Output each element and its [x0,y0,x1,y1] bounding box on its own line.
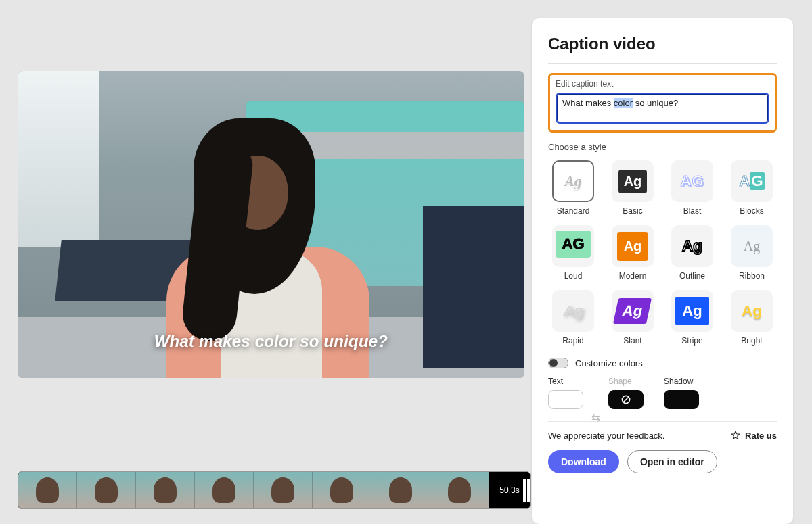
style-blocks[interactable]: AG Blocks [727,160,777,216]
caption-panel: Caption video Edit caption text What mak… [532,18,793,524]
caption-text-highlight: color [614,98,633,108]
style-basic[interactable]: Ag Basic [608,160,658,216]
color-shadow-swatch[interactable] [664,390,699,409]
timeline-duration: 50.3s [489,472,530,508]
style-label: Slant [608,336,658,346]
caption-text-pre: What makes [562,98,614,108]
star-icon [730,430,741,441]
timeline[interactable]: 50.3s [18,471,531,509]
style-label: Standard [548,206,598,216]
rate-us-label: Rate us [745,431,777,441]
color-shape-label: Shape [608,377,644,386]
style-label: Stripe [667,336,717,346]
style-outline[interactable]: Ag Outline [667,225,717,281]
video-preview[interactable]: What makes color so unique? [18,71,524,378]
style-stripe[interactable]: Ag Stripe [667,290,717,346]
color-shadow-label: Shadow [664,377,699,386]
style-standard[interactable]: Ag Standard [548,160,598,216]
caption-text-input[interactable]: What makes color so unique? [556,93,769,124]
video-pane: What makes color so unique? 50.3s [18,18,532,505]
edit-caption-section: Edit caption text What makes color so un… [548,73,777,133]
style-bright[interactable]: Ag Bright [727,290,777,346]
caption-text-post: so unique? [633,98,678,108]
style-label: Outline [667,271,717,281]
styles-grid: Ag Standard Ag Basic AG Blast AG Blocks … [548,160,777,346]
style-rapid[interactable]: Ag Rapid [548,290,598,346]
style-slant[interactable]: Ag Slant [608,290,658,346]
edit-caption-label: Edit caption text [556,79,769,89]
style-label: Bright [727,336,777,346]
style-blast[interactable]: AG Blast [667,160,717,216]
color-text-label: Text [548,377,583,386]
color-shape-swatch[interactable] [608,390,644,409]
style-label: Ribbon [727,271,777,281]
style-label: Rapid [548,336,598,346]
caption-overlay: What makes color so unique? [18,332,524,351]
style-ribbon[interactable]: Ag Ribbon [727,225,777,281]
open-in-editor-button[interactable]: Open in editor [627,450,717,473]
choose-style-label: Choose a style [548,142,777,152]
color-text-swatch[interactable] [548,390,583,409]
style-label: Loud [548,271,598,281]
style-label: Blast [667,206,717,216]
svg-line-1 [623,397,629,402]
customize-colors-label: Customize colors [575,358,643,368]
style-label: Modern [608,271,658,281]
swap-icon[interactable]: ⇆ [591,411,600,424]
style-loud[interactable]: AG Loud [548,225,598,281]
customize-colors-toggle[interactable] [548,358,568,368]
panel-title: Caption video [548,34,777,53]
style-modern[interactable]: Ag Modern [608,225,658,281]
color-controls: Text ⇆ Shape Shadow [548,377,777,409]
rate-us-button[interactable]: Rate us [730,430,777,441]
style-label: Basic [608,206,658,216]
feedback-text: We appreciate your feedback. [548,431,664,441]
style-label: Blocks [727,206,777,216]
download-button[interactable]: Download [548,450,619,473]
